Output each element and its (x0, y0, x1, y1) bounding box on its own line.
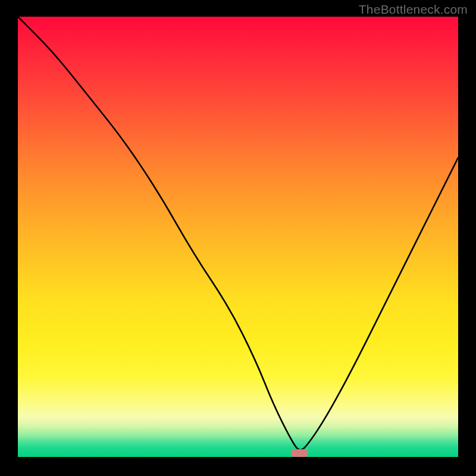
chart-frame: TheBottleneck.com (0, 0, 476, 476)
optimal-marker (291, 449, 309, 457)
bottleneck-curve (18, 17, 458, 457)
plot-area (18, 17, 458, 457)
watermark-text: TheBottleneck.com (359, 2, 468, 17)
